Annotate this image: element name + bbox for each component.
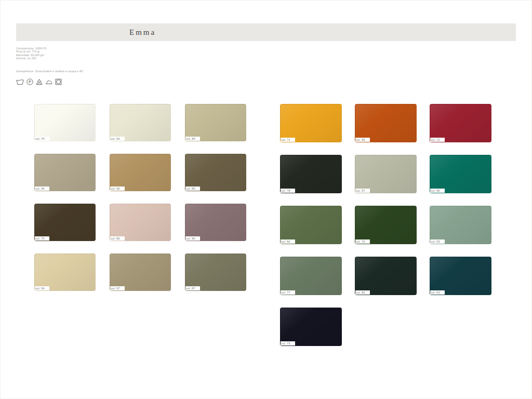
swatch-col-94: col. 94: [34, 154, 96, 191]
swatch-color-label: col. 78: [281, 189, 295, 193]
swatch-color-label: col. 80: [110, 236, 125, 241]
swatch-col-67: col. 67: [110, 254, 171, 291]
swatch-col-71: col. 71: [280, 104, 342, 142]
swatch-color-label: col. 63: [430, 290, 445, 295]
swatch-col-78: col. 78: [280, 155, 342, 193]
swatch-color-label: col. 55: [355, 138, 370, 142]
swatch-col-87: col. 87: [185, 254, 246, 291]
fabric-note: Idrorepellente. Smacchiabile e lavabile …: [16, 70, 84, 73]
swatch-group-left: col. 74 col. 64 col. 84 col. 94 col. 65 …: [34, 104, 246, 291]
swatch-col-64: col. 64: [110, 104, 171, 141]
swatch-col-76: col. 76: [355, 206, 417, 244]
swatch-color-label: col. 57: [355, 189, 370, 193]
swatch-color-label: col. 67: [110, 286, 125, 290]
swatch-col-77: col. 77: [280, 257, 342, 295]
care-symbols: P: [16, 76, 62, 85]
swatch-col-55: col. 55: [355, 104, 417, 142]
swatch-color-label: col. 84: [185, 137, 200, 141]
swatch-color-label: col. 86: [430, 189, 445, 193]
swatch-color-label: col. 73: [281, 341, 295, 345]
swatch-col-84: col. 84: [185, 104, 246, 141]
swatch-color-label: col. 77: [281, 290, 295, 295]
header-bar: Emma: [16, 23, 516, 41]
swatch-col-54: col. 54: [34, 254, 96, 291]
fabric-specs: Composizione: 100% PL Peso al mtl: 770 g…: [16, 47, 47, 60]
swatch-color-label: col. 85: [185, 187, 200, 191]
spec-height: Altezza: cm 140: [16, 57, 47, 60]
swatch-col-74: col. 74: [34, 104, 96, 141]
swatch-col-53: col. 53: [430, 206, 491, 244]
swatch-col-73: col. 73: [280, 308, 342, 346]
swatch-col-72: col. 72: [430, 104, 491, 142]
swatch-col-66: col. 66: [280, 206, 342, 244]
no-bleach-icon: [36, 78, 43, 85]
swatch-col-65: col. 65: [110, 154, 171, 191]
swatch-color-label: col. 71: [281, 138, 295, 142]
swatch-color-label: col. 90: [185, 236, 200, 241]
svg-text:P: P: [29, 80, 31, 84]
swatch-col-90: col. 90: [185, 204, 246, 241]
swatch-col-80: col. 80: [110, 204, 171, 241]
swatch-col-63: col. 63: [430, 257, 491, 295]
swatch-color-label: col. 94: [35, 187, 49, 191]
tumble-dry-icon: [55, 78, 62, 85]
swatch-col-83: col. 83: [355, 257, 417, 295]
swatch-color-label: col. 72: [430, 138, 445, 142]
swatch-color-label: col. 64: [110, 137, 125, 141]
swatch-color-label: col. 53: [430, 240, 445, 244]
swatch-group-right: col. 71 col. 55 col. 72 col. 78 col. 57 …: [280, 104, 491, 346]
swatch-col-86: col. 86: [430, 155, 491, 193]
swatch-color-label: col. 83: [355, 290, 370, 295]
fabric-title: Emma: [129, 23, 156, 41]
dry-clean-p-icon: P: [26, 78, 33, 85]
swatch-col-85: col. 85: [185, 154, 246, 191]
swatch-col-75: col. 75: [34, 204, 96, 241]
swatch-color-label: col. 54: [35, 286, 49, 290]
swatch-color-label: col. 74: [35, 137, 49, 141]
swatch-col-57: col. 57: [355, 155, 417, 193]
swatch-color-label: col. 76: [355, 240, 370, 244]
iron-icon: [45, 78, 52, 85]
wash-icon: [16, 78, 24, 85]
swatch-color-label: col. 75: [35, 236, 49, 241]
swatch-color-label: col. 66: [281, 240, 295, 244]
swatch-color-label: col. 65: [110, 187, 125, 191]
catalog-page: Emma Composizione: 100% PL Peso al mtl: …: [0, 0, 532, 399]
swatch-color-label: col. 87: [185, 286, 200, 290]
